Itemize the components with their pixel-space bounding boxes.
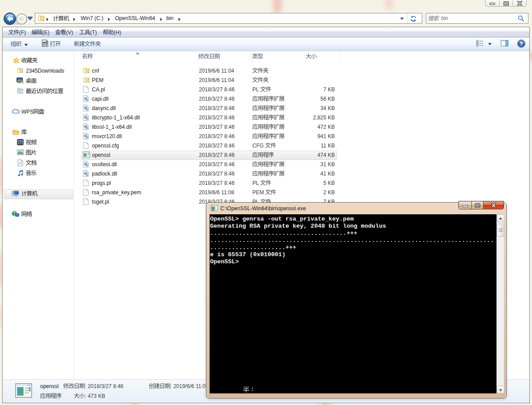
svg-text:?: ? bbox=[520, 41, 523, 47]
